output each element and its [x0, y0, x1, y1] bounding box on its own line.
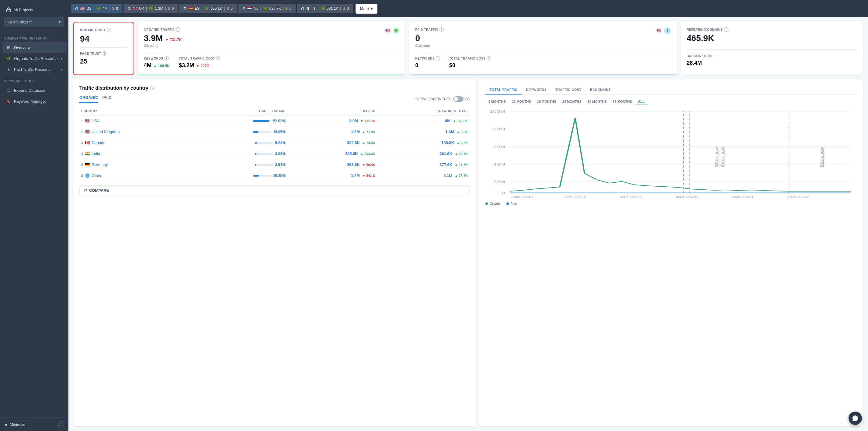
traffic-change-1: ▲ 71.9K — [362, 130, 375, 134]
nav-tab-es[interactable]: G 🇪🇸 ES | 🌿 656.1K | $ 0 — [179, 4, 237, 13]
traffic-val-5: 1.4M — [351, 173, 360, 178]
domain-trust-info-icon[interactable]: i — [107, 28, 111, 32]
country-name-1[interactable]: United Kingdom — [92, 130, 120, 134]
continents-info-icon[interactable]: i — [465, 97, 470, 101]
nav-tab-it[interactable]: G 🇮🇹 IT | 🌿 561.1K | $ 0 — [297, 4, 353, 13]
bar-fill-3 — [255, 153, 256, 155]
bar-fill-2 — [255, 142, 257, 144]
chart-area: 100M 80M 60M 40M 20M 0 Jan 2017 Jan 2018… — [486, 108, 857, 199]
chat-icon — [852, 415, 859, 422]
sidebar: All Projects Select project ▾ COMPETITIV… — [0, 0, 68, 431]
country-name-0[interactable]: USA — [92, 119, 100, 123]
traffic-us: 4M — [102, 6, 108, 11]
keyword-tools-label: KEYWORD TOOLS — [0, 75, 68, 85]
help-icon[interactable]: ? — [58, 421, 64, 427]
traffic-change-0: ▼ 731.7K — [360, 119, 375, 123]
more-dropdown[interactable]: More ▾ — [355, 4, 378, 14]
backlinks-info-icon[interactable]: i — [707, 54, 712, 58]
compare-arrows-icon: ⇄ — [84, 188, 87, 193]
leaf-icon-nl: 🌿 — [263, 6, 268, 11]
kw-change-0: ▲ 168.9K — [453, 119, 468, 123]
paid-kw-info-icon[interactable]: i — [436, 56, 440, 61]
compare-button[interactable]: ⇄ COMPARE — [80, 186, 470, 195]
sidebar-item-paid-traffic[interactable]: $ Paid Traffic Research ▾ — [2, 64, 67, 74]
country-name-4[interactable]: Germany — [92, 162, 108, 167]
chart-tab-total-traffic[interactable]: TOTAL TRAFFIC — [486, 86, 522, 95]
country-name-3[interactable]: India — [92, 152, 100, 156]
referring-domains-label: REFERRING DOMAINS i — [687, 27, 857, 32]
svg-text:Jan 2018: Jan 2018 — [564, 195, 587, 198]
chat-bubble[interactable] — [848, 411, 862, 425]
nav-tab-nl[interactable]: G 🇳🇱 NL | 🌿 625.7K | $ 0 — [238, 4, 296, 13]
sidebar-bottom: ◀ Minimize ? — [0, 417, 68, 431]
chart-tab-backlinks[interactable]: BACKLINKS — [586, 86, 615, 95]
svg-text:Jan 2019: Jan 2019 — [620, 195, 642, 198]
nav-tab-uk[interactable]: G 🇬🇧 UK | 🌿 1.3M | $ 0 — [123, 4, 178, 13]
traffic-change-5: ▼ 54.1K — [362, 174, 375, 177]
bar-fill-4 — [255, 164, 256, 166]
database-icon: 🗃 — [6, 88, 11, 93]
pct-5: 19.25% — [273, 173, 286, 178]
organic-cost-change: ▼ 297K — [196, 64, 209, 68]
chevron-down-more-icon: ▾ — [371, 6, 373, 11]
country-name-2[interactable]: Canada — [92, 140, 105, 145]
paid-it: 0 — [347, 6, 349, 11]
organic-kw-info-icon[interactable]: i — [164, 56, 169, 61]
paid-traffic-info-icon[interactable]: i — [439, 27, 444, 32]
traffic-dist-info-icon[interactable]: i — [150, 86, 155, 90]
time-tab-6m[interactable]: 6 MONTHS — [486, 98, 509, 105]
tab-paid[interactable]: PAID — [102, 95, 111, 103]
time-tabs: 6 MONTHS 12 MONTHS 18 MONTHS 24 MONTHS 3… — [486, 98, 857, 105]
sidebar-item-expand-db[interactable]: 🗃 Expand Database — [2, 85, 67, 95]
svg-text:20M: 20M — [493, 180, 505, 184]
main-area: G 🇺🇸 US | 🌿 4M | $ 0 G 🇬🇧 UK | 🌿 1.3M | … — [68, 0, 868, 431]
chart-tabs: TOTAL TRAFFIC KEYWORDS TRAFFIC COST BACK… — [486, 86, 857, 95]
svg-text:40M: 40M — [493, 163, 505, 166]
table-row: 4 🇮🇳 India 3.93% 295.8K ▲ 204.3K 201.6K — [80, 148, 470, 159]
continents-toggle-switch[interactable] — [453, 96, 464, 102]
country-cell-0[interactable]: 1 🇺🇸 USA — [81, 119, 189, 123]
page-trust-info-icon[interactable]: i — [102, 52, 107, 56]
chart-tab-traffic-cost[interactable]: TRAFFIC COST — [551, 86, 586, 95]
svg-text:80M: 80M — [493, 127, 505, 131]
tab-organic[interactable]: ORGANIC — [80, 95, 98, 103]
time-tab-30m[interactable]: 30 MONTHS — [585, 98, 610, 105]
country-cell-2[interactable]: 3 🇨🇦 Canada — [81, 140, 189, 145]
organic-traffic-info-icon[interactable]: i — [176, 27, 180, 32]
time-tab-18m[interactable]: 18 MONTHS — [534, 98, 559, 105]
time-tab-36m[interactable]: 36 MONTHS — [610, 98, 635, 105]
time-tab-all[interactable]: ALL — [635, 98, 648, 105]
country-name-5[interactable]: Other — [92, 173, 101, 178]
organic-cost-info-icon[interactable]: i — [216, 56, 220, 61]
referring-domains-info-icon[interactable]: i — [724, 27, 728, 32]
country-uk: UK — [139, 6, 144, 11]
country-flag-4: 🇩🇪 — [85, 162, 90, 167]
country-cell-5[interactable]: 6 🌐 Other — [81, 173, 189, 178]
paid-traffic-sub: Clicks/mo — [415, 44, 444, 47]
traffic-change-2: ▲ 24.4K — [362, 141, 375, 145]
organic-indicator: 🌿 — [393, 27, 399, 34]
nav-tab-us[interactable]: G 🇺🇸 US | 🌿 4M | $ 0 — [71, 4, 122, 13]
country-cell-3[interactable]: 4 🇮🇳 India — [81, 152, 189, 156]
time-tab-24m[interactable]: 24 MONTHS — [559, 98, 585, 105]
dollar-icon-us: $ — [112, 6, 114, 11]
country-cell-1[interactable]: 2 🇬🇧 United Kingdom — [81, 130, 189, 134]
google-icon: G — [75, 6, 78, 11]
country-cell-4[interactable]: 5 🇩🇪 Germany — [81, 162, 189, 167]
sidebar-item-expand-label: Expand Database — [14, 88, 45, 93]
time-tab-12m[interactable]: 12 MONTHS — [509, 98, 534, 105]
sidebar-item-organic-traffic[interactable]: 🌿 Organic Traffic Research ▾ — [2, 53, 67, 64]
chart-tab-keywords[interactable]: KEYWORDS — [522, 86, 551, 95]
minimize-button[interactable]: ◀ Minimize — [4, 422, 25, 427]
paid-us: 0 — [116, 6, 118, 11]
all-projects-link[interactable]: All Projects — [4, 5, 64, 14]
sidebar-item-overview[interactable]: ⊞ Overview — [2, 42, 67, 53]
dollar-icon-es: $ — [227, 6, 229, 11]
kw-change-2: ▲ 5.3K — [457, 141, 468, 145]
bar-bg-4 — [255, 164, 273, 166]
project-select[interactable]: Select project ▾ — [4, 17, 64, 27]
paid-cost-info-icon[interactable]: i — [487, 56, 491, 61]
bar-fill-1 — [253, 131, 258, 133]
sidebar-item-keyword-mgr[interactable]: 🔖 Keyword Manager — [2, 96, 67, 106]
distribution-table: COUNTRY TRAFFIC SHARE TRAFFIC KEYWORDS T… — [80, 107, 470, 181]
